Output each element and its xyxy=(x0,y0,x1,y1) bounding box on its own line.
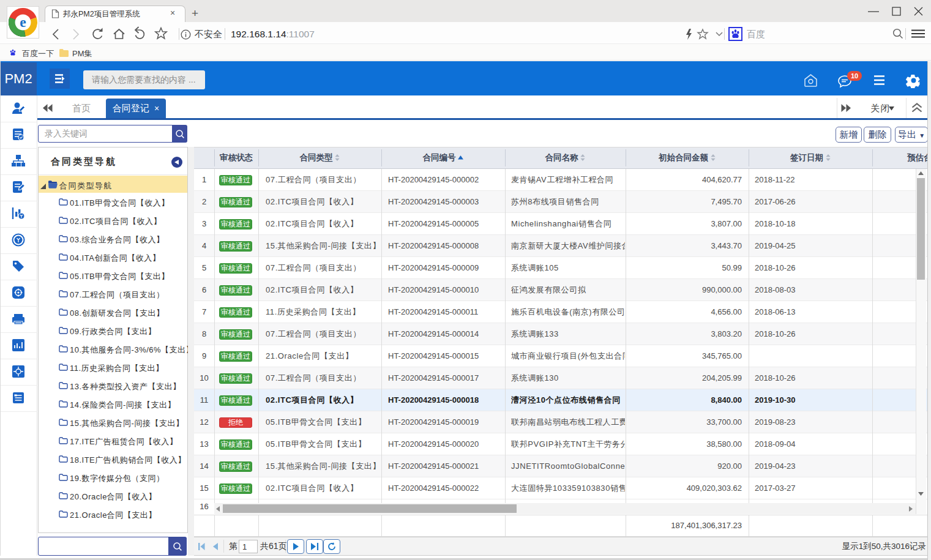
svg-text:e: e xyxy=(20,14,26,30)
